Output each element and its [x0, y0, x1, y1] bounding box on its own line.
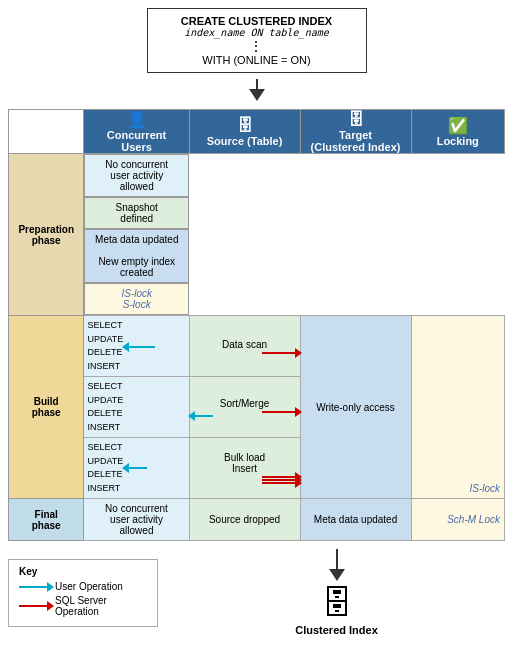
- phase-spacer: [9, 110, 84, 154]
- key-item-sql: SQL Server Operation: [19, 595, 147, 617]
- build-source-2: Sort/Merge: [189, 377, 300, 438]
- final-concurrent-cell: No concurrentuser activityallowed: [84, 499, 189, 541]
- build-row1: Buildphase SELECT UPDATE DELETE INSERT: [9, 316, 505, 377]
- build-concurrent-1: SELECT UPDATE DELETE INSERT: [84, 316, 189, 377]
- sql-dots: ⋮: [158, 38, 356, 54]
- build-concurrent-3: SELECT UPDATE DELETE INSERT: [84, 438, 189, 499]
- key-sql-label: SQL Server Operation: [55, 595, 147, 617]
- key-item-user: User Operation: [19, 581, 147, 592]
- sql-box: CREATE CLUSTERED INDEX index_name ON tab…: [147, 8, 367, 73]
- ci-arrow: [329, 549, 345, 581]
- final-source-cell: Source dropped: [189, 499, 300, 541]
- build-phase-label: Buildphase: [9, 316, 84, 499]
- target-icon: 🗄: [348, 111, 364, 128]
- build-locking: IS-lock: [411, 316, 505, 499]
- locking-icon: ✅: [448, 117, 468, 134]
- prep-target-cell: Meta data updated New empty index create…: [84, 229, 189, 283]
- col-header-locking: ✅ Locking: [411, 110, 505, 154]
- blue-arrow-icon: [19, 586, 49, 588]
- final-target-cell: Meta data updated: [300, 499, 411, 541]
- final-phase-row: Finalphase No concurrentuser activityall…: [9, 499, 505, 541]
- col-header-target: 🗄 Target(Clustered Index): [300, 110, 411, 154]
- sql-line2: index_name ON table_name: [158, 27, 356, 38]
- prep-concurrent-cell: No concurrentuser activityallowed: [84, 154, 189, 197]
- key-title: Key: [19, 566, 147, 577]
- final-locking-cell: Sch-M Lock: [411, 499, 505, 541]
- build-source-1: Data scan: [189, 316, 300, 377]
- clustered-index-icon: 🗄: [321, 585, 353, 622]
- main-diagram: 👤 ConcurrentUsers 🗄 Source (Table) 🗄 Tar…: [8, 109, 505, 541]
- col-header-source: 🗄 Source (Table): [189, 110, 300, 154]
- sql-line3: WITH (ONLINE = ON): [158, 54, 356, 66]
- concurrent-icon: 👤: [127, 111, 147, 128]
- top-arrow-down: [249, 75, 265, 105]
- prep-locking-cell: IS-lock S-lock: [84, 283, 189, 315]
- source-icon: 🗄: [237, 117, 253, 134]
- col-header-concurrent: 👤 ConcurrentUsers: [84, 110, 189, 154]
- key-box: Key User Operation SQL Server Operation: [8, 559, 158, 627]
- build-source-3: Bulk loadInsert: [189, 438, 300, 499]
- prep-phase-row: Preparationphase No concurrentuser activ…: [9, 154, 505, 316]
- key-user-label: User Operation: [55, 581, 123, 592]
- prep-phase-label: Preparationphase: [9, 154, 84, 316]
- red-arrow-icon: [19, 605, 49, 607]
- prep-source-cell: Snapshotdefined: [84, 197, 189, 229]
- sql-line1: CREATE CLUSTERED INDEX: [158, 15, 356, 27]
- final-phase-label: Finalphase: [9, 499, 84, 541]
- build-target: Write-only access: [300, 316, 411, 499]
- clustered-index-section: 🗄 Clustered Index: [168, 549, 505, 636]
- build-concurrent-2: SELECT UPDATE DELETE INSERT: [84, 377, 189, 438]
- clustered-index-label: Clustered Index: [295, 624, 378, 636]
